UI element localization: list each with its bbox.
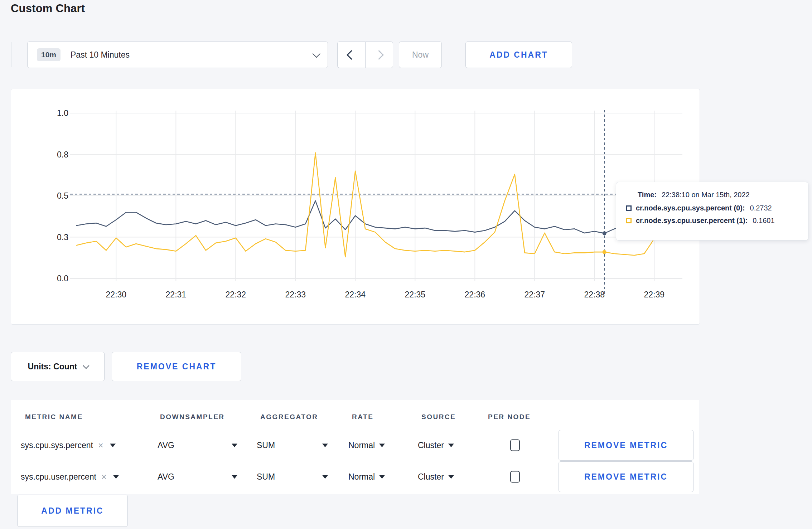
x-tick-label: 22:35: [405, 290, 426, 299]
hover-marker-1: [603, 250, 606, 254]
time-pager: [337, 42, 393, 68]
cpu-percent-line-chart[interactable]: 1.00.80.50.30.022:3022:3122:3222:3322:34…: [11, 89, 700, 324]
aggregator-select[interactable]: SUM: [257, 472, 328, 482]
time-window-badge: 10m: [37, 48, 61, 61]
per-node-checkbox[interactable]: [510, 471, 520, 483]
rate-value: Normal: [348, 441, 375, 450]
chevron-down-icon: [313, 50, 321, 58]
aggregator-value: SUM: [257, 441, 275, 450]
tooltip-row: cr.node.sys.cpu.user.percent (1): 0.1601: [626, 217, 798, 225]
time-window-dropdown[interactable]: 10m Past 10 Minutes: [27, 42, 328, 68]
tooltip-series-value: 0.2732: [750, 204, 772, 212]
x-tick-label: 22:37: [525, 290, 545, 299]
y-tick-label: 0.5: [57, 191, 68, 200]
y-tick-label: 1.0: [57, 108, 68, 118]
x-tick-label: 22:36: [465, 290, 485, 299]
series-line-1: [76, 153, 674, 257]
tooltip-series-value: 0.1601: [753, 217, 774, 225]
tooltip-time-label: Time:: [638, 191, 657, 199]
tooltip-series-name: cr.node.sys.cpu.sys.percent (0):: [636, 204, 745, 212]
tooltip-time-value: 22:38:10 on Mar 15th, 2022: [662, 191, 750, 199]
custom-chart-page: Custom Chart 10m Past 10 Minutes Now ADD…: [0, 0, 812, 529]
source-select[interactable]: Cluster: [418, 441, 454, 450]
x-tick-label: 22:34: [345, 290, 366, 299]
x-tick-label: 22:31: [166, 290, 187, 299]
chevron-right-icon: [374, 50, 384, 60]
triangle-down-icon: [448, 475, 454, 479]
source-value: Cluster: [418, 441, 444, 450]
triangle-down-icon: [110, 443, 116, 447]
y-tick-label: 0.8: [57, 150, 68, 159]
chevron-down-icon: [83, 362, 90, 369]
controls-divider: [11, 42, 11, 67]
metrics-table: METRIC NAME DOWNSAMPLER AGGREGATOR RATE …: [11, 400, 699, 494]
triangle-down-icon: [322, 475, 328, 479]
downsampler-value: AVG: [158, 441, 174, 450]
y-tick-label: 0.3: [57, 233, 68, 242]
remove-chart-button[interactable]: REMOVE CHART: [112, 352, 241, 381]
metric-name-select[interactable]: sys.cpu.sys.percent ×: [21, 440, 116, 451]
source-select[interactable]: Cluster: [418, 472, 454, 482]
hover-marker-0: [603, 231, 606, 235]
clear-metric-icon[interactable]: ×: [101, 472, 107, 482]
triangle-down-icon: [113, 475, 119, 479]
clear-metric-icon[interactable]: ×: [98, 440, 103, 451]
x-tick-label: 22:38: [584, 290, 605, 299]
x-tick-label: 22:33: [285, 290, 306, 299]
page-title: Custom Chart: [11, 2, 85, 15]
triangle-down-icon: [232, 475, 237, 479]
prev-time-button[interactable]: [337, 42, 365, 68]
per-node-checkbox[interactable]: [510, 440, 520, 451]
col-header-per-node: PER NODE: [488, 413, 531, 421]
triangle-down-icon: [379, 443, 385, 447]
tooltip-row: cr.node.sys.cpu.sys.percent (0): 0.2732: [626, 204, 798, 212]
series-line-0: [76, 201, 674, 233]
metric-name-value: sys.cpu.sys.percent: [21, 441, 93, 450]
chevron-left-icon: [347, 50, 356, 60]
chart-tooltip: Time:22:38:10 on Mar 15th, 2022 cr.node.…: [616, 182, 808, 241]
rate-select[interactable]: Normal: [348, 472, 385, 482]
next-time-button[interactable]: [365, 42, 393, 68]
triangle-down-icon: [448, 443, 454, 447]
aggregator-select[interactable]: SUM: [257, 441, 328, 450]
tooltip-series-name: cr.node.sys.cpu.user.percent (1):: [636, 217, 748, 225]
chart-card[interactable]: 1.00.80.50.30.022:3022:3122:3222:3322:34…: [11, 89, 700, 325]
rate-value: Normal: [348, 472, 375, 482]
col-header-rate: RATE: [352, 413, 373, 421]
x-tick-label: 22:32: [226, 290, 246, 299]
add-metric-button[interactable]: ADD METRIC: [17, 495, 128, 527]
add-chart-button[interactable]: ADD CHART: [465, 42, 572, 68]
remove-metric-button[interactable]: REMOVE METRIC: [559, 430, 693, 461]
metric-name-select[interactable]: sys.cpu.user.percent ×: [21, 472, 119, 482]
tooltip-time: Time:22:38:10 on Mar 15th, 2022: [638, 191, 798, 199]
source-value: Cluster: [418, 472, 444, 482]
now-button[interactable]: Now: [399, 42, 442, 68]
col-header-metric-name: METRIC NAME: [25, 413, 83, 421]
metric-name-value: sys.cpu.user.percent: [21, 472, 96, 482]
downsampler-value: AVG: [158, 472, 174, 482]
yellow-square-icon: [626, 218, 632, 223]
triangle-down-icon: [232, 443, 237, 447]
remove-metric-button[interactable]: REMOVE METRIC: [559, 461, 693, 492]
table-row: sys.cpu.sys.percent × AVG SUM Normal Clu…: [11, 429, 699, 461]
aggregator-value: SUM: [257, 472, 275, 482]
x-tick-label: 22:39: [644, 290, 665, 299]
downsampler-select[interactable]: AVG: [158, 472, 237, 482]
col-header-downsampler: DOWNSAMPLER: [160, 413, 225, 421]
col-header-source: SOURCE: [421, 413, 456, 421]
units-dropdown[interactable]: Units: Count: [11, 352, 105, 381]
rate-select[interactable]: Normal: [348, 441, 385, 450]
table-row: sys.cpu.user.percent × AVG SUM Normal Cl…: [11, 461, 699, 492]
time-window-label: Past 10 Minutes: [71, 50, 130, 60]
navy-square-icon: [626, 205, 632, 211]
y-tick-label: 0.0: [57, 274, 68, 283]
triangle-down-icon: [322, 443, 328, 447]
col-header-aggregator: AGGREGATOR: [260, 413, 318, 421]
triangle-down-icon: [379, 475, 385, 479]
x-tick-label: 22:30: [106, 290, 127, 299]
units-label: Units: Count: [28, 362, 77, 372]
downsampler-select[interactable]: AVG: [158, 441, 237, 450]
